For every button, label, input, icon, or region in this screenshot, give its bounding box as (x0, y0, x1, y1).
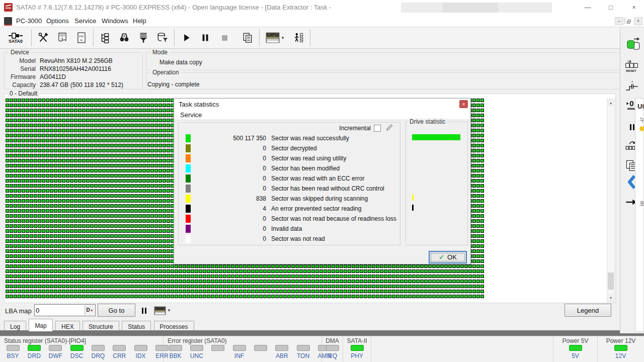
power-circuit-icon (625, 79, 639, 94)
script-icon: 0101 i (56, 32, 68, 44)
dialog-close-button[interactable]: × (459, 100, 468, 108)
copies-icon (242, 32, 254, 44)
ok-button[interactable]: ✓OK (429, 251, 467, 263)
side-panel-fragment: 로 (639, 199, 644, 208)
sata-panel: SATA-II PHY (343, 336, 371, 362)
maximize-button[interactable]: □ (600, 0, 622, 15)
led-indicator (211, 345, 224, 351)
mdi-minimize-button[interactable]: – (615, 17, 623, 25)
side-panel-bullet-icon (639, 126, 644, 131)
led-cell: ABR (272, 345, 292, 359)
stat-row: 0Sector has been read without CRC contro… (179, 184, 400, 194)
map-mode-caret-icon[interactable]: ▼ (167, 308, 171, 313)
led-cell: 12V (611, 345, 630, 359)
pause-button[interactable] (196, 28, 215, 47)
scroll-up-icon[interactable]: ▲ (607, 99, 614, 107)
operation-group-label: Operation (150, 69, 181, 76)
stop-button[interactable] (215, 28, 234, 47)
filter-button[interactable] (134, 28, 153, 47)
full-size-button[interactable]: 100 % (72, 28, 91, 47)
task-statistics-dialog: Task statistics × Service Incremental 50… (174, 98, 471, 264)
menubar: PC-3000 Options Service Windows Help – × (0, 15, 644, 27)
led-indicator (169, 345, 182, 351)
menu-options[interactable]: Options (46, 17, 69, 25)
device-tools-button[interactable] (34, 28, 53, 47)
stat-value: 0 (191, 175, 266, 182)
map-mode-button[interactable]: ▼ (154, 304, 171, 317)
stat-label: Invalid data (271, 225, 302, 232)
statistics-rows: 500 117 350Sector was read successfully … (179, 133, 400, 244)
brush-icon (385, 124, 394, 131)
map-view-caret-icon[interactable]: ▼ (281, 36, 285, 40)
stat-row: 838Sector was skipped during scanning (179, 194, 400, 204)
operation-value: Copying - complete (147, 81, 199, 88)
pause-icon (199, 32, 211, 44)
stat-color-swatch (186, 174, 191, 183)
object-tree-button[interactable] (96, 28, 115, 47)
incremental-edit-button[interactable] (384, 124, 395, 133)
led-cell (251, 345, 270, 352)
svg-text:0: 0 (629, 99, 633, 108)
statistics-panel: Incremental 500 117 350Sector was read s… (178, 122, 400, 245)
led-cell: TON (293, 345, 313, 359)
power-supply-button[interactable] (624, 79, 639, 95)
incremental-label: Incremental (339, 125, 371, 132)
statusbar-spacer (371, 336, 553, 362)
stat-value: 0 (191, 215, 266, 222)
dialog-menu-service[interactable]: Service (180, 111, 202, 119)
tab-map[interactable]: Map (29, 319, 52, 331)
minimize-button[interactable]: — (577, 0, 599, 15)
map-scrollbar[interactable]: ▲ ▼ (607, 99, 615, 302)
search-button[interactable] (115, 28, 134, 47)
led-cell: DSC (67, 345, 87, 359)
stat-value: 0 (191, 155, 266, 162)
toolbar: SATA0 0101 i 100 % (0, 27, 620, 49)
database-filter-button[interactable] (153, 28, 172, 47)
led-cell: CRR (110, 345, 129, 359)
script-info-button[interactable]: 0101 i (53, 28, 72, 47)
stat-color-swatch (186, 225, 191, 233)
dialog-titlebar: Task statistics × (174, 99, 470, 110)
menu-help[interactable]: Help (133, 17, 146, 25)
menu-service[interactable]: Service (74, 17, 96, 25)
led-indicator (134, 345, 147, 351)
stat-label: Sector has been modified (271, 165, 340, 172)
mdi-close-button[interactable]: × (634, 17, 642, 25)
led-cell: RQ (323, 345, 343, 359)
map-pause-button[interactable] (141, 304, 147, 317)
copy-list-button[interactable] (238, 28, 257, 47)
exit-button[interactable] (289, 28, 308, 47)
goto-button[interactable]: Go to (98, 304, 135, 317)
scrollbar-thumb[interactable] (608, 273, 614, 290)
stat-color-swatch (186, 134, 191, 142)
menu-windows[interactable]: Windows (102, 17, 128, 25)
legend-button[interactable]: Legend (565, 304, 611, 317)
stat-color-swatch (186, 235, 191, 243)
menu-pc3000[interactable]: PC-3000 (16, 17, 42, 25)
reset-icon: 1 RESET (625, 59, 639, 73)
play-button[interactable] (177, 28, 196, 47)
map-view-button[interactable]: ▼ (262, 28, 289, 47)
stat-row: 0Sector was not read (179, 234, 400, 244)
stat-value: 4 (191, 205, 266, 212)
toolbar-divider (93, 29, 94, 46)
incremental-checkbox[interactable] (374, 125, 381, 132)
led-indicator (326, 345, 339, 351)
close-button[interactable]: × (623, 0, 644, 15)
stat-row: 0Sector was not read because of readines… (179, 214, 400, 224)
mdi-restore-button[interactable] (624, 18, 625, 24)
stat-value: 0 (191, 235, 266, 242)
check-icon: ✓ (439, 253, 444, 261)
lba-dec-button[interactable]: D▼ (85, 305, 95, 315)
reset-button[interactable]: 1 RESET (624, 59, 639, 74)
data-copy-button[interactable] (624, 36, 642, 54)
map-thumbnail-icon (266, 32, 280, 43)
scroll-down-icon[interactable]: ▼ (607, 294, 614, 302)
stat-color-swatch (186, 154, 191, 162)
led-cell: 5V (566, 345, 585, 359)
collapsed-side-panel: UI 누 로 (635, 98, 644, 332)
error-register-label: Error register (SATA0) (168, 337, 227, 344)
sata0-port-button[interactable]: SATA0 (2, 28, 29, 47)
lba-input[interactable] (36, 305, 84, 315)
error-register-panel: Error register (SATA0) BBK UNC INF ABR T… (164, 336, 322, 362)
